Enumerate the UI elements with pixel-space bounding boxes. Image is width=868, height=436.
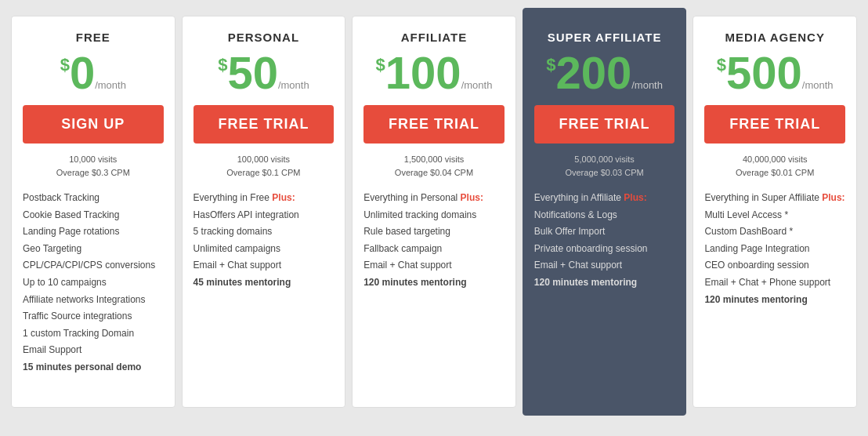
visits-info-free: 10,000 visitsOverage $0.3 CPM <box>23 153 164 179</box>
price-amount-media-agency: 500 <box>726 50 802 96</box>
plan-card-media-agency: MEDIA AGENCY$500/monthFREE TRIAL40,000,0… <box>693 16 857 408</box>
visits-info-affiliate: 1,500,000 visitsOverage $0.04 CPM <box>363 153 505 179</box>
feature-item-media-agency-2: Landing Page Integration <box>704 241 845 258</box>
feature-item-super-affiliate-4: 120 minutes mentoring <box>534 274 675 292</box>
features-list-personal: Everything in Free Plus:HasOffers API in… <box>193 190 335 292</box>
price-symbol-media-agency: $ <box>717 55 726 75</box>
feature-item-affiliate-2: Fallback campaign <box>363 241 505 258</box>
feature-item-free-6: Affiliate networks Integrations <box>23 292 164 309</box>
feature-item-personal-4: 45 minutes mentoring <box>193 274 335 292</box>
price-symbol-affiliate: $ <box>376 55 385 75</box>
plan-name-affiliate: AFFILIATE <box>363 31 505 44</box>
cta-button-media-agency[interactable]: FREE TRIAL <box>704 105 845 144</box>
feature-item-personal-1: 5 tracking domains <box>193 223 335 241</box>
price-period-media-agency: /month <box>802 79 834 91</box>
features-list-free: Postback TrackingCookie Based TrackingLa… <box>23 190 164 376</box>
plan-price-media-agency: $500/month <box>704 50 845 96</box>
feature-item-personal-0: HasOffers API integration <box>193 207 335 224</box>
feature-item-media-agency-0: Multi Level Access * <box>704 207 845 224</box>
feature-item-free-4: CPL/CPA/CPI/CPS conversions <box>23 257 164 274</box>
price-period-super-affiliate: /month <box>631 79 663 91</box>
cta-button-free[interactable]: SIGN UP <box>23 105 164 144</box>
visits-info-super-affiliate: 5,000,000 visitsOverage $0.03 CPM <box>534 153 675 179</box>
plan-card-affiliate: AFFILIATE$100/monthFREE TRIAL1,500,000 v… <box>352 16 516 408</box>
plan-card-personal: PERSONAL$50/monthFREE TRIAL100,000 visit… <box>182 16 346 408</box>
price-amount-free: 0 <box>70 50 95 96</box>
features-intro-media-agency: Everything in Super Affiliate Plus: <box>704 190 845 207</box>
features-intro-affiliate: Everything in Personal Plus: <box>363 190 505 207</box>
plan-card-super-affiliate: SUPER AFFILIATE$200/monthFREE TRIAL5,000… <box>523 8 687 416</box>
plan-name-media-agency: MEDIA AGENCY <box>704 31 845 44</box>
feature-item-free-5: Up to 10 campaigns <box>23 274 164 292</box>
price-amount-super-affiliate: 200 <box>555 50 631 96</box>
feature-item-media-agency-1: Custom DashBoard * <box>704 223 845 241</box>
feature-item-super-affiliate-1: Bulk Offer Import <box>534 223 675 241</box>
feature-item-free-7: Traffic Source integrations <box>23 308 164 325</box>
feature-item-super-affiliate-3: Email + Chat support <box>534 257 675 274</box>
features-list-media-agency: Everything in Super Affiliate Plus:Multi… <box>704 190 845 308</box>
feature-item-free-0: Postback Tracking <box>23 190 164 207</box>
features-list-super-affiliate: Everything in Affiliate Plus:Notificatio… <box>534 190 675 292</box>
price-amount-affiliate: 100 <box>385 50 461 96</box>
pricing-table: FREE$0/monthSIGN UP10,000 visitsOverage … <box>8 16 860 416</box>
feature-item-personal-2: Unlimited campaigns <box>193 241 335 258</box>
features-intro-super-affiliate: Everything in Affiliate Plus: <box>534 190 675 207</box>
feature-item-affiliate-4: 120 minutes mentoring <box>363 274 505 292</box>
feature-item-personal-3: Email + Chat support <box>193 257 335 274</box>
plan-card-free: FREE$0/monthSIGN UP10,000 visitsOverage … <box>11 16 175 408</box>
feature-item-media-agency-5: 120 minutes mentoring <box>704 292 845 309</box>
cta-button-super-affiliate[interactable]: FREE TRIAL <box>534 105 675 144</box>
price-period-personal: /month <box>278 79 309 91</box>
feature-item-affiliate-1: Rule based targeting <box>363 223 505 241</box>
plan-name-free: FREE <box>23 31 164 44</box>
plan-price-affiliate: $100/month <box>363 50 505 96</box>
visits-info-personal: 100,000 visitsOverage $0.1 CPM <box>193 153 335 179</box>
price-symbol-free: $ <box>60 55 70 75</box>
cta-button-affiliate[interactable]: FREE TRIAL <box>363 105 505 144</box>
feature-item-free-9: Email Support <box>23 342 164 359</box>
price-period-free: /month <box>95 79 126 91</box>
feature-item-media-agency-4: Email + Chat + Phone support <box>704 274 845 292</box>
feature-item-free-1: Cookie Based Tracking <box>23 207 164 224</box>
feature-item-free-8: 1 custom Tracking Domain <box>23 325 164 343</box>
price-amount-personal: 50 <box>227 50 278 96</box>
features-intro-personal: Everything in Free Plus: <box>193 190 335 207</box>
features-list-affiliate: Everything in Personal Plus:Unlimited tr… <box>363 190 505 292</box>
feature-item-free-2: Landing Page rotations <box>23 223 164 241</box>
price-period-affiliate: /month <box>461 79 493 91</box>
feature-item-super-affiliate-0: Notifications & Logs <box>534 207 675 224</box>
plan-name-personal: PERSONAL <box>193 31 335 44</box>
feature-item-media-agency-3: CEO onboarding session <box>704 257 845 274</box>
feature-item-free-3: Geo Targeting <box>23 241 164 258</box>
feature-item-free-10: 15 minutes personal demo <box>23 359 164 376</box>
visits-info-media-agency: 40,000,000 visitsOverage $0.01 CPM <box>704 153 845 179</box>
feature-item-affiliate-3: Email + Chat support <box>363 257 505 274</box>
plan-price-personal: $50/month <box>193 50 335 96</box>
plan-price-super-affiliate: $200/month <box>534 50 675 96</box>
feature-item-affiliate-0: Unlimited tracking domains <box>363 207 505 224</box>
plan-name-super-affiliate: SUPER AFFILIATE <box>534 31 675 44</box>
price-symbol-personal: $ <box>218 55 227 75</box>
plan-price-free: $0/month <box>23 50 164 96</box>
feature-item-super-affiliate-2: Private onboarding session <box>534 241 675 258</box>
cta-button-personal[interactable]: FREE TRIAL <box>193 105 335 144</box>
price-symbol-super-affiliate: $ <box>546 55 555 75</box>
